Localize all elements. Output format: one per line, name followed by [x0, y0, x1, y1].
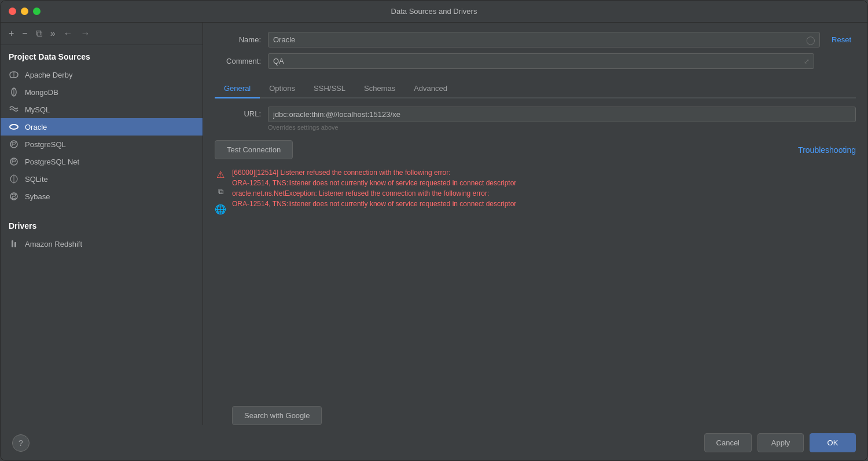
back-button[interactable]: ← — [61, 27, 75, 40]
error-message: [66000][12514] Listener refused the conn… — [232, 167, 856, 209]
close-button[interactable] — [9, 8, 16, 15]
name-row: Name: ◯ Reset — [215, 32, 856, 47]
expand-icon: ⤢ — [804, 57, 810, 65]
svg-rect-8 — [14, 242, 16, 247]
sidebar-item-mongodb[interactable]: MongoDB — [1, 83, 203, 101]
error-line2: ORA-12514, TNS:listener does not current… — [232, 179, 516, 187]
oracle-icon — [9, 122, 19, 132]
copy-button[interactable]: ⧉ — [34, 27, 45, 40]
sidebar: + − ⧉ » ← → Project Data Sources Apache … — [1, 23, 203, 425]
bottom-bar: ? Cancel Apply OK — [1, 425, 867, 460]
svg-rect-7 — [12, 240, 13, 247]
sidebar-label-oracle: Oracle — [25, 123, 47, 131]
more-button[interactable]: » — [48, 27, 58, 40]
name-input[interactable] — [268, 32, 820, 47]
search-with-google-button[interactable]: Search with Google — [232, 406, 322, 425]
sidebar-item-postgresql-net[interactable]: PostgreSQL Net — [1, 153, 203, 170]
tab-advanced[interactable]: Advanced — [404, 79, 457, 98]
tab-bar: General Options SSH/SSL Schemas Advanced — [215, 79, 856, 98]
error-section: ⚠ ⧉ 🌐 [66000][12514] Listener refused th… — [215, 167, 856, 425]
reset-button[interactable]: Reset — [827, 33, 856, 46]
sidebar-item-postgresql[interactable]: PostgreSQL — [1, 136, 203, 153]
error-text-wrapper: [66000][12514] Listener refused the conn… — [232, 167, 856, 425]
sidebar-label-mongodb: MongoDB — [25, 88, 58, 97]
forward-button[interactable]: → — [79, 27, 93, 40]
url-input-wrapper: Overrides settings above — [268, 107, 856, 131]
sidebar-item-amazon-redshift[interactable]: Amazon Redshift — [1, 235, 203, 253]
title-bar: Data Sources and Drivers — [1, 1, 867, 23]
error-icons: ⚠ ⧉ 🌐 — [215, 167, 226, 425]
apply-button[interactable]: Apply — [757, 433, 804, 452]
tab-ssh-ssl[interactable]: SSH/SSL — [304, 79, 355, 98]
sidebar-item-sqlite[interactable]: SQLite — [1, 170, 203, 188]
tab-options[interactable]: Options — [260, 79, 304, 98]
url-section: URL: Overrides settings above — [215, 107, 856, 131]
traffic-lights — [9, 8, 41, 15]
mongo-icon — [9, 87, 19, 97]
globe-icon: 🌐 — [215, 203, 226, 215]
help-button[interactable]: ? — [12, 434, 30, 452]
troubleshooting-link[interactable]: Troubleshooting — [798, 145, 856, 155]
name-input-wrapper: ◯ — [268, 32, 820, 47]
derby-icon — [9, 69, 19, 80]
mysql-icon — [9, 104, 19, 115]
error-line4: ORA-12514, TNS:listener does not current… — [232, 200, 516, 208]
tab-schemas[interactable]: Schemas — [355, 79, 404, 98]
right-panel: Name: ◯ Reset Comment: ⤢ General Opti — [203, 23, 867, 425]
comment-label: Comment: — [215, 57, 261, 65]
alert-icon: ⚠ — [215, 169, 226, 180]
name-input-icon: ◯ — [806, 35, 815, 45]
name-label: Name: — [215, 35, 261, 44]
app-window: Data Sources and Drivers + − ⧉ » ← → Pro… — [0, 0, 868, 461]
copy-icon: ⧉ — [215, 186, 226, 197]
postgresql-net-icon — [9, 156, 19, 167]
drivers-title: Drivers — [1, 214, 203, 235]
sidebar-label-sybase: Sybase — [25, 192, 50, 201]
test-connection-button[interactable]: Test Connection — [215, 140, 293, 159]
error-line1: [66000][12514] Listener refused the conn… — [232, 169, 451, 177]
url-hint: Overrides settings above — [268, 124, 856, 131]
minimize-button[interactable] — [21, 8, 28, 15]
url-input[interactable] — [268, 107, 856, 122]
redshift-icon — [9, 239, 19, 249]
url-row: URL: Overrides settings above — [215, 107, 856, 131]
comment-row: Comment: ⤢ — [215, 53, 856, 69]
cancel-button[interactable]: Cancel — [704, 433, 752, 452]
test-area: Test Connection Troubleshooting — [215, 140, 856, 159]
sidebar-item-oracle[interactable]: Oracle — [1, 118, 203, 136]
project-data-sources-title: Project Data Sources — [1, 45, 203, 66]
add-button[interactable]: + — [6, 27, 16, 40]
sidebar-item-sybase[interactable]: Sybase — [1, 188, 203, 205]
sidebar-item-mysql[interactable]: MySQL — [1, 101, 203, 118]
url-label: URL: — [215, 107, 261, 118]
comment-input[interactable] — [268, 53, 814, 69]
comment-wrapper: ⤢ — [268, 53, 814, 69]
sidebar-toolbar: + − ⧉ » ← → — [1, 23, 203, 45]
error-line3: oracle.net.ns.NetException: Listener ref… — [232, 189, 489, 197]
postgresql-icon — [9, 139, 19, 149]
maximize-button[interactable] — [33, 8, 41, 15]
sidebar-label-apache-derby: Apache Derby — [25, 71, 72, 79]
remove-button[interactable]: − — [20, 27, 30, 40]
sidebar-label-sqlite: SQLite — [25, 175, 48, 184]
sidebar-label-mysql: MySQL — [25, 105, 50, 114]
window-title: Data Sources and Drivers — [391, 7, 477, 16]
sidebar-label-amazon-redshift: Amazon Redshift — [25, 240, 82, 248]
sqlite-icon — [9, 174, 19, 184]
sidebar-label-postgresql: PostgreSQL — [25, 140, 66, 149]
sidebar-label-postgresql-net: PostgreSQL Net — [25, 158, 79, 166]
sybase-icon — [9, 191, 19, 202]
sidebar-item-apache-derby[interactable]: Apache Derby — [1, 66, 203, 83]
ok-button[interactable]: OK — [810, 433, 856, 452]
main-content: + − ⧉ » ← → Project Data Sources Apache … — [1, 23, 867, 425]
tab-general[interactable]: General — [215, 79, 260, 98]
